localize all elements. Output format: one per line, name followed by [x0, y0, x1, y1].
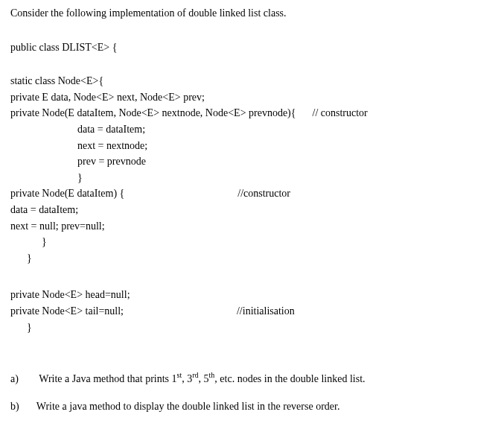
- ctor1-line1: data = dataItem;: [10, 122, 494, 137]
- ctor2-line1: data = dataItem;: [10, 203, 494, 218]
- node-class-decl: static class Node<E>{: [10, 74, 494, 89]
- tail-decl: private Node<E> tail=null;: [10, 305, 124, 317]
- question-b: b) Write a java method to display the do…: [10, 399, 494, 414]
- question-a-text: Write a Java method that prints 1st, 3rd…: [39, 373, 365, 384]
- ctor1-line2: next = nextnode;: [10, 139, 494, 153]
- ctor2-comment: //constructor: [237, 186, 290, 201]
- question-b-label: b): [10, 399, 31, 414]
- intro-text: Consider the following implementation of…: [10, 6, 494, 21]
- node-fields: private E data, Node<E> next, Node<E> pr…: [10, 90, 494, 105]
- ctor1-line3: prev = prevnode: [10, 154, 494, 169]
- ctor2-close: }: [10, 235, 494, 250]
- head-decl: private Node<E> head=null;: [10, 288, 494, 302]
- class-close: }: [10, 320, 494, 335]
- ctor2-line2: next = null; prev=null;: [10, 219, 494, 234]
- question-a: a) Write a Java method that prints 1st, …: [10, 370, 494, 386]
- node-ctor2-sig-row: private Node(E dataItem) {//constructor: [10, 186, 494, 201]
- ctor1-close: }: [10, 171, 494, 185]
- tail-decl-row: private Node<E> tail=null;//initialisati…: [10, 304, 494, 319]
- question-a-label: a): [10, 372, 31, 387]
- ctor2-signature: private Node(E dataItem) {: [10, 188, 124, 199]
- ctor1-signature: private Node(E dataItem, Node<E> nextnod…: [10, 107, 296, 118]
- node-close: }: [10, 251, 494, 266]
- question-b-text: Write a java method to display the doubl…: [36, 401, 340, 412]
- tail-comment: //initialisation: [237, 304, 295, 319]
- class-declaration: public class DLIST<E> {: [10, 40, 494, 55]
- ctor1-comment: // constructor: [313, 106, 368, 121]
- node-ctor1-sig: private Node(E dataItem, Node<E> nextnod…: [10, 106, 494, 121]
